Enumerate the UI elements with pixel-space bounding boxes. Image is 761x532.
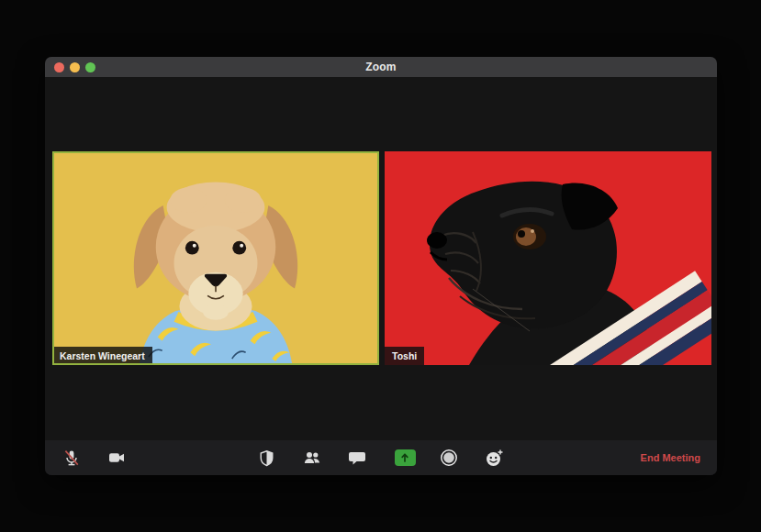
video-stage: Karsten Winegeart (45, 77, 717, 440)
dog-video-karsten (54, 153, 377, 363)
video-tile-karsten-winegeart[interactable]: Karsten Winegeart (52, 151, 379, 365)
security-shield-icon (258, 449, 275, 467)
share-screen-button[interactable] (394, 447, 416, 469)
video-camera-icon (107, 449, 126, 467)
dog-video-toshi (385, 151, 711, 365)
participant-name-label: Karsten Winegeart (52, 347, 152, 365)
zoom-window: Zoom (45, 57, 717, 475)
security-button[interactable] (255, 447, 277, 469)
participants-button[interactable] (301, 447, 323, 469)
meeting-toolbar: End Meeting (45, 440, 717, 475)
stop-video-button[interactable] (106, 447, 128, 469)
microphone-muted-icon (62, 449, 81, 467)
participant-name-label: Toshi (385, 347, 424, 365)
reactions-button[interactable] (483, 447, 505, 469)
mute-button[interactable] (61, 447, 83, 469)
end-meeting-button[interactable]: End Meeting (641, 440, 700, 475)
share-screen-icon (395, 449, 416, 466)
chat-button[interactable] (346, 447, 368, 469)
reactions-icon (485, 449, 504, 468)
titlebar: Zoom (45, 57, 717, 77)
record-button[interactable] (438, 447, 460, 469)
chat-icon (348, 449, 366, 467)
record-icon (440, 449, 458, 467)
participants-icon (303, 449, 321, 467)
window-title: Zoom (45, 61, 717, 73)
video-tile-toshi[interactable]: Toshi (385, 151, 711, 365)
